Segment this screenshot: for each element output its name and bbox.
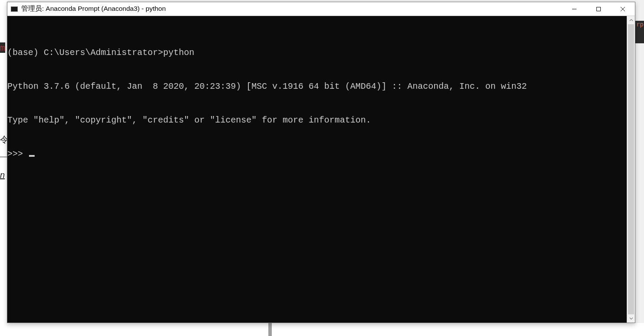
terminal-prompt-line: >>>: [7, 149, 627, 160]
behind-window-tab-text: rp: [636, 21, 644, 28]
behind-window-tab-strip: rp: [635, 21, 644, 43]
close-button[interactable]: [611, 2, 635, 16]
window-title: 管理员: Anaconda Prompt (Anaconda3) - pytho…: [21, 4, 166, 13]
terminal-cursor: [29, 155, 35, 157]
terminal-line: Type "help", "copyright", "credits" or "…: [7, 115, 627, 126]
minimize-button[interactable]: [562, 2, 586, 16]
bg-hint-red: m: [0, 42, 5, 53]
chevron-down-icon: [629, 317, 633, 320]
bg-hint-2: n: [0, 170, 5, 180]
terminal-line: (base) C:\Users\Administrator>python: [7, 47, 627, 58]
scrollbar-thumb[interactable]: [628, 24, 634, 314]
maximize-button[interactable]: [586, 2, 611, 16]
minimize-icon: [572, 6, 577, 12]
window-controls: [562, 2, 635, 16]
window-titlebar[interactable]: 管理员: Anaconda Prompt (Anaconda3) - pytho…: [7, 2, 635, 16]
scrollbar-down-button[interactable]: [627, 314, 635, 323]
terminal-line: Python 3.7.6 (default, Jan 8 2020, 20:23…: [7, 81, 627, 92]
terminal-viewport[interactable]: (base) C:\Users\Administrator>python Pyt…: [7, 16, 627, 323]
svg-rect-1: [597, 7, 601, 11]
terminal-app-icon: [11, 6, 18, 12]
python-prompt: >>>: [7, 149, 28, 159]
window-client-area: (base) C:\Users\Administrator>python Pyt…: [7, 16, 635, 323]
terminal-window: 管理员: Anaconda Prompt (Anaconda3) - pytho…: [7, 2, 635, 323]
chevron-up-icon: [629, 18, 633, 22]
vertical-scrollbar[interactable]: [627, 16, 635, 323]
maximize-icon: [596, 6, 601, 12]
close-icon: [620, 6, 625, 12]
scrollbar-up-button[interactable]: [627, 16, 635, 24]
background-splitter: [268, 323, 272, 336]
background-page-bottom: [0, 323, 644, 336]
